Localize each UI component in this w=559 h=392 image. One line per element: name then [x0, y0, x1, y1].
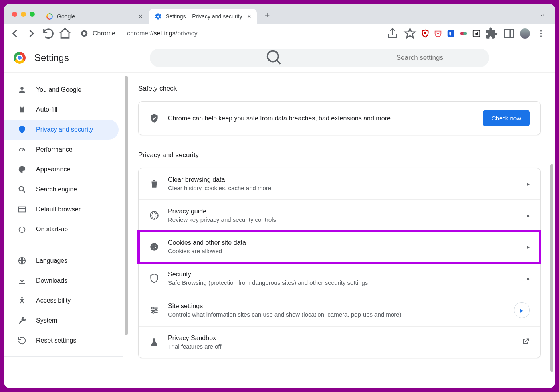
svg-point-36 — [152, 307, 153, 309]
row-security[interactable]: SecuritySafe Browsing (protection from d… — [139, 263, 540, 294]
browser-toolbar: Chrome chrome://settings/privacy — [4, 24, 555, 43]
sidebar-item-search-engine[interactable]: Search engine — [4, 179, 119, 199]
reload-button[interactable] — [42, 27, 55, 40]
row-privacy-guide[interactable]: Privacy guideReview key privacy and secu… — [139, 200, 540, 231]
chevron-right-icon: ▸ — [527, 243, 530, 251]
svg-rect-17 — [21, 106, 23, 108]
tab-search-dropdown[interactable]: ⌄ — [533, 10, 552, 18]
extension-4-icon[interactable] — [459, 29, 468, 38]
sidebar-item-accessibility[interactable]: Accessibility — [4, 291, 119, 311]
svg-point-37 — [155, 309, 157, 311]
row-privacy-sandbox[interactable]: Privacy SandboxTrial features are off — [139, 327, 540, 358]
chevron-right-icon: ▸ — [527, 275, 530, 282]
svg-point-19 — [19, 187, 24, 191]
browser-menu-icon[interactable] — [534, 27, 548, 40]
sidebar-item-reset[interactable]: Reset settings — [4, 331, 119, 351]
sidebar-item-default-browser[interactable]: Default browser — [4, 199, 119, 219]
row-title: Privacy guide — [168, 208, 518, 215]
row-subtitle: Safe Browsing (protection from dangerous… — [168, 279, 518, 286]
profile-avatar[interactable] — [520, 28, 530, 39]
page-title: Settings — [34, 52, 69, 63]
person-icon — [18, 85, 26, 94]
sidebar-item-performance[interactable]: Performance — [4, 140, 119, 160]
maximize-window-button[interactable] — [30, 12, 35, 17]
svg-line-18 — [22, 149, 24, 151]
sidebar-item-appearance[interactable]: Appearance — [4, 160, 119, 179]
svg-rect-16 — [20, 107, 24, 113]
sidebar-item-autofill[interactable]: Auto-fill — [4, 100, 119, 120]
sidebar-item-you-and-google[interactable]: You and Google — [4, 80, 119, 100]
row-site-settings[interactable]: Site settingsControls what information s… — [139, 294, 540, 327]
content-scrollbar[interactable] — [550, 164, 553, 372]
back-button[interactable] — [8, 27, 22, 40]
sidebar-item-label: System — [36, 317, 57, 324]
row-title: Clear browsing data — [168, 176, 518, 183]
row-title: Site settings — [168, 303, 505, 310]
settings-header: Settings — [4, 43, 555, 73]
sidebar-item-downloads[interactable]: Downloads — [4, 271, 119, 291]
clipboard-icon — [18, 105, 26, 114]
sidebar: You and Google Auto-fill Privacy and sec… — [4, 73, 124, 388]
omnibox-label: Chrome — [93, 30, 115, 37]
svg-point-30 — [155, 245, 155, 246]
search-input[interactable] — [396, 54, 481, 62]
svg-point-32 — [155, 247, 156, 248]
close-tab-icon[interactable]: × — [138, 12, 143, 21]
row-subtitle: Review key privacy and security controls — [168, 216, 518, 223]
sidebar-item-privacy-security[interactable]: Privacy and security — [4, 120, 119, 140]
shield-icon — [18, 125, 26, 134]
sidebar-item-languages[interactable]: Languages — [4, 251, 119, 271]
tune-icon — [149, 305, 159, 315]
svg-point-26 — [21, 297, 23, 299]
palette-icon — [18, 165, 26, 174]
svg-point-5 — [83, 32, 85, 35]
svg-point-6 — [424, 32, 426, 34]
svg-point-28 — [150, 243, 158, 251]
tab-google[interactable]: Google × — [40, 9, 148, 24]
extension-ublock-icon[interactable] — [421, 29, 430, 38]
check-now-button[interactable]: Check now — [483, 110, 530, 126]
safety-check-text: Chrome can help keep you safe from data … — [168, 115, 474, 122]
sidebar-item-label: Performance — [36, 146, 73, 153]
chrome-page-icon — [80, 29, 89, 38]
compass-icon — [149, 210, 159, 221]
search-icon — [158, 49, 391, 67]
new-tab-button[interactable]: + — [260, 8, 274, 22]
row-subtitle: Cookies are allowed — [168, 248, 518, 254]
extension-bitwarden-icon[interactable] — [446, 29, 455, 38]
power-icon — [18, 225, 26, 234]
sidebar-item-label: Accessibility — [36, 297, 71, 304]
svg-point-9 — [463, 32, 467, 35]
chevron-right-icon: ▸ — [527, 212, 530, 219]
share-icon[interactable] — [386, 27, 399, 40]
sidebar-item-on-startup[interactable]: On start-up — [4, 219, 119, 239]
svg-rect-11 — [505, 30, 514, 37]
side-panel-icon[interactable] — [502, 27, 516, 40]
home-button[interactable] — [58, 27, 72, 40]
svg-line-14 — [276, 60, 280, 64]
row-subtitle: Trial features are off — [168, 343, 513, 350]
minimize-window-button[interactable] — [21, 12, 26, 17]
address-bar[interactable]: Chrome chrome://settings/privacy — [75, 26, 347, 41]
sidebar-scrollbar[interactable] — [125, 76, 128, 335]
extension-5-icon[interactable] — [472, 29, 481, 38]
external-link-icon — [522, 337, 530, 347]
close-tab-icon[interactable]: × — [247, 12, 251, 21]
extensions-puzzle-icon[interactable] — [485, 27, 498, 40]
row-clear-browsing-data[interactable]: Clear browsing dataClear history, cookie… — [139, 168, 540, 200]
forward-button[interactable] — [25, 27, 38, 40]
close-window-button[interactable] — [12, 12, 17, 17]
extension-pocket-icon[interactable] — [434, 29, 442, 38]
sidebar-item-label: Default browser — [36, 206, 81, 213]
wrench-icon — [18, 316, 26, 325]
tab-settings[interactable]: Settings – Privacy and security × — [149, 9, 257, 24]
search-settings-bar[interactable] — [150, 49, 489, 67]
row-cookies[interactable]: Cookies and other site dataCookies are a… — [139, 231, 540, 263]
sidebar-item-system[interactable]: System — [4, 311, 119, 331]
chevron-right-icon: ▸ — [527, 180, 530, 188]
bookmark-star-icon[interactable] — [403, 27, 417, 40]
window-controls — [7, 12, 40, 17]
settings-content: Safety check Chrome can help keep you sa… — [124, 73, 555, 388]
row-subtitle: Clear history, cookies, cache and more — [168, 185, 518, 191]
svg-point-15 — [20, 87, 23, 90]
